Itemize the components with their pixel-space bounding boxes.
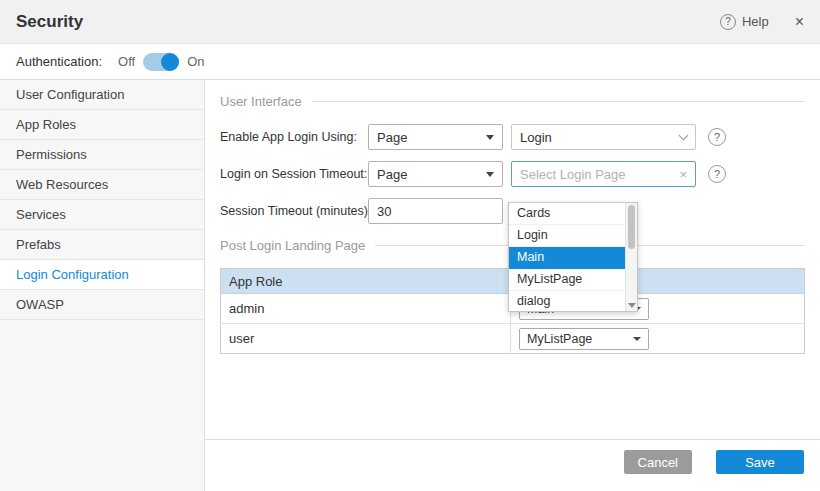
sidebar-item-web-resources[interactable]: Web Resources xyxy=(0,170,204,200)
close-icon[interactable]: × xyxy=(795,14,804,30)
session-timeout-login-label: Login on Session Timeout: xyxy=(220,167,368,181)
toggle-off-label: Off xyxy=(118,54,135,69)
enable-login-type-value: Page xyxy=(377,130,407,145)
scroll-down-arrow-icon[interactable] xyxy=(628,303,636,308)
caret-down-icon xyxy=(486,172,494,177)
enable-app-login-label: Enable App Login Using: xyxy=(220,130,368,144)
session-timeout-minutes-input[interactable] xyxy=(368,198,503,224)
login-page-dropdown: Cards Login Main MyListPage dialog xyxy=(508,202,638,312)
dropdown-item-main[interactable]: Main xyxy=(509,247,625,269)
enable-login-page-combo[interactable]: Login xyxy=(511,124,696,150)
enable-login-page-value: Login xyxy=(520,130,552,145)
clear-icon[interactable]: × xyxy=(679,167,695,182)
dropdown-item-cards[interactable]: Cards xyxy=(509,203,625,225)
dropdown-item-dialog[interactable]: dialog xyxy=(509,291,625,312)
section-user-interface-title: User Interface xyxy=(220,94,302,109)
timeout-login-type-select[interactable]: Page xyxy=(368,161,503,187)
dropdown-scrollbar[interactable] xyxy=(625,203,637,311)
sidebar-item-owasp[interactable]: OWASP xyxy=(0,290,204,320)
cancel-button[interactable]: Cancel xyxy=(624,450,692,474)
authentication-label: Authentication: xyxy=(16,54,102,69)
sidebar-item-login-configuration[interactable]: Login Configuration xyxy=(0,260,204,290)
timeout-login-type-value: Page xyxy=(377,167,407,182)
session-timeout-minutes-label: Session Timeout (minutes): xyxy=(220,204,368,218)
page-title: Security xyxy=(16,12,83,32)
timeout-login-help-icon[interactable]: ? xyxy=(708,165,726,183)
user-landing-page-value: MyListPage xyxy=(527,332,592,346)
toggle-knob xyxy=(161,53,179,71)
authentication-toggle[interactable] xyxy=(143,53,179,71)
caret-down-icon xyxy=(486,135,494,140)
sidebar: User Configuration App Roles Permissions… xyxy=(0,80,205,491)
toggle-on-label: On xyxy=(187,54,204,69)
app-role-column-header: App Role xyxy=(221,269,511,294)
content: User Interface Enable App Login Using: P… xyxy=(205,80,820,491)
help-link[interactable]: Help xyxy=(742,14,769,29)
dropdown-item-login[interactable]: Login xyxy=(509,225,625,247)
titlebar: Security ? Help × xyxy=(0,0,820,44)
sidebar-item-prefabs[interactable]: Prefabs xyxy=(0,230,204,260)
row-login-session-timeout: Login on Session Timeout: Page × ? xyxy=(220,161,805,187)
caret-down-icon xyxy=(633,337,641,341)
sidebar-item-permissions[interactable]: Permissions xyxy=(0,140,204,170)
enable-login-type-select[interactable]: Page xyxy=(368,124,503,150)
user-landing-page-select[interactable]: MyListPage xyxy=(519,328,649,350)
security-dialog: Security ? Help × Authentication: Off On… xyxy=(0,0,820,491)
authentication-bar: Authentication: Off On xyxy=(0,44,820,80)
titlebar-actions: ? Help × xyxy=(720,14,804,30)
landing-page-cell: MyListPage xyxy=(511,324,805,354)
body-split: User Configuration App Roles Permissions… xyxy=(0,80,820,491)
help-icon[interactable]: ? xyxy=(720,14,736,30)
scrollbar-thumb[interactable] xyxy=(628,205,635,249)
sidebar-item-user-configuration[interactable]: User Configuration xyxy=(0,80,204,110)
section-post-login-title: Post Login Landing Page xyxy=(220,238,365,253)
row-enable-app-login: Enable App Login Using: Page Login ? xyxy=(220,124,805,150)
select-login-page-field: × xyxy=(511,161,696,187)
login-page-dropdown-list: Cards Login Main MyListPage dialog xyxy=(509,203,625,311)
table-row: user MyListPage xyxy=(221,324,805,354)
sidebar-item-app-roles[interactable]: App Roles xyxy=(0,110,204,140)
chevron-down-icon xyxy=(679,130,689,140)
select-login-page-input[interactable] xyxy=(512,167,679,182)
save-button[interactable]: Save xyxy=(716,450,804,474)
role-cell: admin xyxy=(221,294,511,324)
sidebar-item-services[interactable]: Services xyxy=(0,200,204,230)
enable-login-help-icon[interactable]: ? xyxy=(708,128,726,146)
footer: Cancel Save xyxy=(205,439,820,491)
section-divider xyxy=(312,101,805,102)
section-user-interface: User Interface xyxy=(220,94,805,109)
role-cell: user xyxy=(221,324,511,354)
dropdown-item-mylistpage[interactable]: MyListPage xyxy=(509,269,625,291)
